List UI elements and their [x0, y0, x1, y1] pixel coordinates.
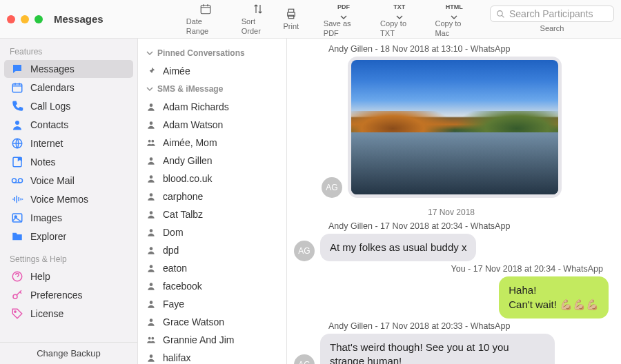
svg-point-14 [13, 294, 17, 299]
avatar: AG [294, 354, 315, 364]
copy-mac-button[interactable]: HTML Copy to Mac [435, 0, 473, 37]
incoming-message: AGAt my folkes as usual buddy x [294, 234, 609, 261]
message-image[interactable] [348, 57, 562, 198]
sidebar-section-settings: Settings & Help [0, 252, 137, 267]
svg-point-28 [150, 301, 153, 304]
sidebar-item-voice-memos[interactable]: Voice Memos [4, 190, 133, 208]
conversation-item[interactable]: Aimée, Mom [138, 134, 286, 152]
conversation-item[interactable]: halifax [138, 349, 286, 364]
svg-point-27 [150, 283, 153, 286]
sidebar-item-label: Preferences [30, 290, 82, 301]
conversation-item[interactable]: Adam Watson [138, 116, 286, 134]
svg-rect-5 [12, 84, 22, 92]
key-icon [11, 289, 23, 301]
conversation-name: Grace Watson [163, 316, 224, 327]
conversation-item[interactable]: facebook [138, 277, 286, 295]
sidebar-item-internet[interactable]: Internet [4, 134, 133, 152]
svg-point-32 [150, 354, 153, 358]
sidebar-item-voice-mail[interactable]: Voice Mail [4, 172, 133, 190]
message-bubble: That's weird though! See you at 10 you s… [320, 334, 555, 364]
save-pdf-button[interactable]: PDF Save as PDF [324, 0, 364, 37]
sidebar-item-license[interactable]: License [4, 305, 133, 323]
close-window[interactable] [7, 15, 15, 23]
message-bubble: Haha!Can't wait! 💪🏼💪🏼💪🏼 [499, 276, 609, 318]
sort-order-button[interactable]: Sort Order [241, 2, 275, 35]
conversation-item[interactable]: eaton [138, 259, 286, 277]
person-icon [146, 353, 156, 363]
minimize-window[interactable] [21, 15, 29, 23]
message-meta: Andy Gillen - 17 Nov 2018 at 20:34 - Wha… [294, 221, 609, 231]
person-icon [146, 210, 156, 219]
sidebar-item-explorer[interactable]: Explorer [4, 228, 133, 245]
copy-txt-button[interactable]: TXT Copy to TXT [380, 0, 418, 37]
sidebar-item-label: License [30, 308, 63, 319]
conversation-item[interactable]: Grannie And Jim [138, 331, 286, 349]
date-range-button[interactable]: Date Range [186, 2, 225, 35]
chat-icon [11, 63, 23, 75]
sidebar-item-preferences[interactable]: Preferences [4, 286, 133, 304]
sidebar-item-images[interactable]: Images [4, 209, 133, 227]
calendar-icon [199, 2, 213, 16]
sidebar-item-label: Messages [30, 63, 75, 74]
print-button[interactable]: Print [275, 7, 307, 31]
sidebar-item-label: Explorer [30, 231, 66, 242]
svg-point-19 [151, 140, 154, 143]
search-icon [496, 10, 505, 19]
conversation-name: Andy Gillen [163, 155, 213, 166]
sidebar-item-notes[interactable]: Notes [4, 153, 133, 171]
conversation-name: Aimée [163, 65, 190, 77]
svg-point-26 [150, 265, 153, 268]
messages-pane[interactable]: Andy Gillen - 18 Nov 2018 at 13:10 - Wha… [287, 39, 621, 364]
window-controls [7, 15, 43, 23]
outgoing-message: Haha!Can't wait! 💪🏼💪🏼💪🏼 [294, 276, 609, 318]
sms-section-header[interactable]: SMS & iMessage [138, 80, 286, 98]
conversation-name: Adam Watson [163, 119, 223, 130]
conversation-name: Dom [163, 227, 184, 238]
conversation-item[interactable]: Grace Watson [138, 313, 286, 331]
pin-icon [146, 66, 156, 76]
conversation-name: Faye [163, 299, 184, 310]
conversation-name: halifax [163, 352, 190, 363]
svg-point-23 [150, 211, 153, 214]
group-icon [146, 138, 156, 148]
svg-point-21 [150, 175, 153, 179]
conversation-name: eaton [163, 263, 187, 274]
conversation-item[interactable]: Cat Talbz [138, 205, 286, 223]
svg-point-22 [150, 193, 153, 196]
contact-icon [11, 119, 23, 131]
chevron-down-icon [146, 85, 153, 92]
change-backup-button[interactable]: Change Backup [0, 342, 137, 364]
sidebar: Features MessagesCalendarsCall LogsConta… [0, 39, 138, 364]
person-icon [146, 245, 156, 255]
pinned-section-header[interactable]: Pinned Conversations [138, 44, 286, 62]
phone-icon [11, 100, 23, 112]
conversation-item[interactable]: Andy Gillen [138, 152, 286, 170]
conversation-item[interactable]: blood.co.uk [138, 170, 286, 188]
conversation-item[interactable]: dpd [138, 241, 286, 259]
pinned-conversation[interactable]: Aimée [138, 62, 286, 80]
sidebar-item-messages[interactable]: Messages [4, 60, 133, 78]
wave-icon [11, 193, 23, 205]
sidebar-item-help[interactable]: Help [4, 267, 133, 285]
svg-point-30 [148, 337, 151, 340]
sidebar-item-contacts[interactable]: Contacts [4, 116, 133, 134]
conversation-item[interactable]: Dom [138, 223, 286, 241]
maximize-window[interactable] [34, 15, 43, 23]
sidebar-section-features: Features [0, 44, 137, 59]
tag-icon [11, 307, 23, 320]
svg-rect-0 [201, 6, 210, 14]
conversation-item[interactable]: Adam Richards [138, 98, 286, 116]
titlebar: Messages Date Range Sort Order Print [0, 0, 621, 39]
sidebar-item-call-logs[interactable]: Call Logs [4, 97, 133, 115]
sidebar-item-calendars[interactable]: Calendars [4, 79, 133, 97]
conversation-item[interactable]: carphone [138, 188, 286, 205]
svg-point-17 [150, 121, 153, 125]
conversation-name: carphone [163, 191, 203, 202]
conversation-name: dpd [163, 245, 179, 256]
svg-point-15 [14, 311, 16, 312]
conversation-list: Pinned Conversations Aimée SMS & iMessag… [138, 39, 287, 364]
search-input[interactable]: Search Participants [490, 6, 614, 22]
message-bubble: At my folkes as usual buddy x [320, 234, 476, 261]
person-icon [146, 281, 156, 291]
conversation-item[interactable]: Faye [138, 295, 286, 313]
